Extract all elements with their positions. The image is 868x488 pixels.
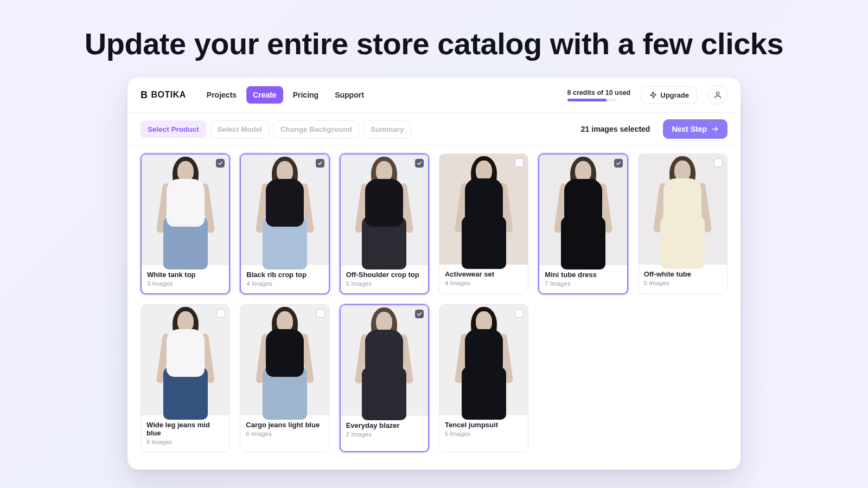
product-card[interactable]: Cargo jeans light blue6 Images <box>240 304 329 452</box>
model-placeholder <box>639 154 727 265</box>
upgrade-label: Upgrade <box>660 91 689 99</box>
upgrade-button[interactable]: Upgrade <box>641 86 697 104</box>
product-image-count: 4 Images <box>445 280 522 286</box>
select-checkbox[interactable] <box>515 309 524 318</box>
user-icon <box>713 91 722 99</box>
product-thumb <box>341 305 428 416</box>
step-summary[interactable]: Summary <box>363 120 411 138</box>
arrow-right-icon <box>711 125 719 133</box>
select-checkbox[interactable] <box>714 158 723 167</box>
product-image-count: 8 Images <box>146 439 224 445</box>
app-window: B BOTIKA Projects Create Pricing Support… <box>127 78 741 470</box>
product-thumb <box>639 154 727 265</box>
product-image-count: 5 Images <box>346 280 423 287</box>
primary-nav: Projects Create Pricing Support <box>200 86 371 104</box>
product-card[interactable]: Off-white tube5 Images <box>638 153 727 294</box>
product-name: Black rib crop top <box>246 271 323 279</box>
product-name: Wide leg jeans mid blue <box>146 421 224 437</box>
page-headline: Update your entire store catalog with a … <box>0 0 868 78</box>
product-name: Cargo jeans light blue <box>246 421 323 429</box>
product-name: Mini tube dress <box>545 271 621 279</box>
product-image-count: 2 Images <box>346 431 423 438</box>
model-placeholder <box>439 154 528 265</box>
svg-point-1 <box>716 92 719 95</box>
model-placeholder <box>141 305 229 415</box>
step-select-model[interactable]: Select Model <box>210 120 270 138</box>
product-card[interactable]: Tencel jumpsuit5 Images <box>439 304 528 452</box>
product-meta: Wide leg jeans mid blue8 Images <box>141 415 229 452</box>
product-name: Activewear set <box>445 270 522 278</box>
product-image-count: 4 Images <box>246 280 323 287</box>
product-card[interactable]: Everyday blazer2 Images <box>340 304 429 452</box>
product-name: Everyday blazer <box>346 421 423 429</box>
product-grid: White tank top3 ImagesBlack rib crop top… <box>127 146 741 470</box>
model-placeholder <box>341 305 428 416</box>
brand-name: BOTIKA <box>151 90 186 100</box>
product-thumb <box>439 305 528 415</box>
product-card[interactable]: Off-Shoulder crop top5 Images <box>340 153 429 294</box>
svg-marker-0 <box>650 92 656 98</box>
bolt-icon <box>649 91 657 99</box>
credits-bar <box>567 99 616 101</box>
model-placeholder <box>142 155 229 265</box>
product-image-count: 5 Images <box>644 280 722 286</box>
nav-support[interactable]: Support <box>328 86 371 104</box>
brand-mark-icon: B <box>141 89 148 101</box>
credits-meter: 8 credits of 10 used <box>567 89 631 101</box>
product-name: Off-white tube <box>644 270 722 278</box>
product-thumb <box>142 155 229 265</box>
product-card[interactable]: Activewear set4 Images <box>439 153 528 294</box>
next-step-label: Next Step <box>672 125 707 133</box>
nav-pricing[interactable]: Pricing <box>286 86 325 104</box>
product-image-count: 3 Images <box>147 280 224 287</box>
nav-create[interactable]: Create <box>246 86 283 104</box>
product-name: White tank top <box>147 271 224 279</box>
product-thumb <box>240 305 329 415</box>
select-checkbox[interactable] <box>415 310 424 318</box>
product-card[interactable]: Wide leg jeans mid blue8 Images <box>141 304 230 452</box>
product-image-count: 5 Images <box>445 431 522 437</box>
select-checkbox[interactable] <box>216 309 225 318</box>
step-select-product[interactable]: Select Product <box>141 120 206 138</box>
product-image-count: 7 Images <box>545 280 621 287</box>
topbar: B BOTIKA Projects Create Pricing Support… <box>127 78 741 112</box>
product-card[interactable]: White tank top3 Images <box>141 153 230 294</box>
product-thumb <box>341 155 428 265</box>
model-placeholder <box>240 305 329 415</box>
product-image-count: 6 Images <box>246 431 323 437</box>
select-checkbox[interactable] <box>316 159 324 168</box>
model-placeholder <box>341 155 428 265</box>
step-bar: Select ProductSelect ModelChange Backgro… <box>127 112 741 146</box>
brand-logo[interactable]: B BOTIKA <box>141 89 186 101</box>
credits-text: 8 credits of 10 used <box>567 89 631 97</box>
product-name: Tencel jumpsuit <box>445 421 522 429</box>
model-placeholder <box>439 305 528 415</box>
select-checkbox[interactable] <box>614 159 623 168</box>
nav-projects[interactable]: Projects <box>200 86 243 104</box>
select-checkbox[interactable] <box>415 159 424 168</box>
product-card[interactable]: Mini tube dress7 Images <box>538 153 628 294</box>
selection-count: 21 images selected <box>581 125 650 133</box>
step-change-background[interactable]: Change Background <box>273 120 359 138</box>
select-checkbox[interactable] <box>316 309 325 318</box>
select-checkbox[interactable] <box>216 159 225 168</box>
product-thumb <box>141 305 229 415</box>
account-button[interactable] <box>708 85 727 105</box>
product-thumb <box>439 154 528 265</box>
product-name: Off-Shoulder crop top <box>346 271 423 279</box>
select-checkbox[interactable] <box>515 158 524 167</box>
product-card[interactable]: Black rib crop top4 Images <box>240 153 329 294</box>
product-thumb <box>539 155 627 265</box>
model-placeholder <box>241 155 328 265</box>
credits-bar-fill <box>567 99 607 101</box>
model-placeholder <box>539 155 627 265</box>
next-step-button[interactable]: Next Step <box>663 119 727 139</box>
product-thumb <box>241 155 328 265</box>
